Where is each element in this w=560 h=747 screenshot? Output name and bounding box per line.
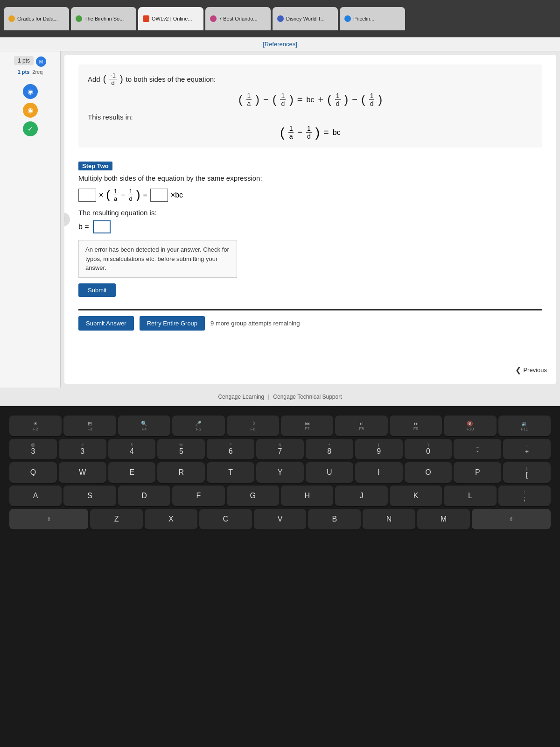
key-a[interactable]: A: [9, 486, 62, 506]
zxcv-row: ⇧ Z X C V B N M ⇧: [5, 509, 555, 529]
key-b[interactable]: B: [308, 509, 361, 529]
key-f10[interactable]: 🔇 F10: [444, 416, 496, 436]
key-8[interactable]: * 8: [306, 439, 353, 459]
multiply-left-input[interactable]: [78, 189, 96, 202]
key-0[interactable]: ) 0: [405, 439, 452, 459]
key-f5[interactable]: 🎤 F5: [172, 416, 224, 436]
step-two-section: Step Two Multiply both sides of the equa…: [78, 157, 542, 335]
key-z[interactable]: Z: [90, 509, 143, 529]
key-i[interactable]: I: [355, 462, 403, 483]
key-f6[interactable]: ☽ F6: [227, 416, 279, 436]
multiply-instruction: Multiply both sides of the equation by t…: [78, 174, 542, 182]
birch-icon: [76, 15, 82, 22]
key-v[interactable]: V: [254, 509, 307, 529]
multiply-right-input[interactable]: [150, 189, 168, 202]
key-n[interactable]: N: [363, 509, 415, 529]
key-9[interactable]: ( 9: [355, 439, 403, 459]
key-g[interactable]: G: [227, 486, 279, 506]
pts-link1[interactable]: 1 pts: [18, 69, 30, 75]
tab-orlando[interactable]: 7 Best Orlando...: [205, 7, 271, 30]
key-y[interactable]: Y: [256, 462, 304, 483]
key-r[interactable]: R: [157, 462, 205, 483]
key-x[interactable]: X: [145, 509, 197, 529]
price-icon: [344, 15, 351, 22]
tab-owlv2[interactable]: OWLv2 | Online...: [138, 7, 203, 30]
key-7[interactable]: & 7: [256, 439, 304, 459]
key-f9[interactable]: ⏭ F9: [390, 416, 442, 436]
key-d[interactable]: D: [118, 486, 170, 506]
step-two-label: Step Two: [78, 162, 112, 170]
result-equation: ( 1 a − 1 d ) = bc: [88, 125, 533, 140]
open-paren-2: (: [106, 188, 110, 202]
key-f7[interactable]: ⏮ F7: [281, 416, 333, 436]
key-c[interactable]: C: [199, 509, 252, 529]
key-plus[interactable]: = +: [503, 439, 551, 459]
this-results-text: This results in:: [88, 113, 533, 121]
nav-back-arrow[interactable]: <: [64, 212, 70, 226]
tab-disney[interactable]: Disney World T...: [273, 7, 338, 30]
key-k[interactable]: K: [390, 486, 442, 506]
error-text: An error has been detected in your answe…: [85, 246, 229, 271]
key-5[interactable]: % 5: [157, 439, 205, 459]
tab-grades[interactable]: Grades for Dala...: [4, 7, 69, 30]
retry-button[interactable]: Retry Entire Group: [140, 316, 205, 331]
browser-tabs: Grades for Dala... The Birch in So... OW…: [0, 0, 560, 37]
bottom-buttons: Submit Answer Retry Entire Group 9 more …: [78, 316, 542, 331]
references-link[interactable]: [References]: [263, 41, 297, 48]
key-o[interactable]: O: [405, 462, 452, 483]
attempts-remaining: 9 more group attempts remaining: [210, 320, 300, 327]
key-colon[interactable]: : ;: [498, 486, 551, 506]
num-row: @ 3 # 3 $ 4 % 5 ^ 6 & 7 * 8 ( 9: [5, 439, 555, 459]
key-s[interactable]: S: [63, 486, 116, 506]
key-e[interactable]: E: [108, 462, 156, 483]
tab-price[interactable]: Pricelin...: [340, 7, 405, 30]
key-j[interactable]: J: [335, 486, 387, 506]
key-6[interactable]: ^ 6: [207, 439, 254, 459]
key-shift-right[interactable]: ⇧: [472, 509, 551, 529]
submit-answer-button[interactable]: Submit Answer: [78, 316, 134, 331]
key-3[interactable]: # 3: [59, 439, 106, 459]
b-answer-input[interactable]: [93, 220, 111, 233]
owlv2-icon: [143, 15, 149, 22]
frac-1-d: 1 d: [128, 188, 133, 202]
key-m[interactable]: M: [417, 509, 470, 529]
key-f3[interactable]: ⊞ F3: [63, 416, 116, 436]
tab-birch[interactable]: The Birch in So...: [71, 7, 136, 30]
key-f4[interactable]: 🔍 F4: [118, 416, 170, 436]
key-shift-left[interactable]: ⇧: [9, 509, 88, 529]
times-symbol: ×: [99, 191, 103, 199]
footer-text2: Cengage Technical Support: [273, 394, 342, 400]
key-bracket[interactable]: { [: [503, 462, 551, 483]
tab-birch-label: The Birch in So...: [84, 16, 124, 21]
key-l[interactable]: L: [444, 486, 496, 506]
chevron-left-icon: ❮: [515, 366, 521, 374]
error-message: An error has been detected in your answe…: [78, 240, 237, 278]
key-p[interactable]: P: [454, 462, 501, 483]
pts-link2[interactable]: 2req: [32, 69, 42, 75]
key-h[interactable]: H: [281, 486, 333, 506]
key-f2[interactable]: ☀ F2: [9, 416, 62, 436]
key-4[interactable]: $ 4: [108, 439, 156, 459]
close-paren-2: ): [136, 188, 140, 202]
key-minus[interactable]: _ -: [454, 439, 501, 459]
add-suffix: to both sides of the equation:: [126, 75, 216, 83]
key-2[interactable]: @ 3: [9, 439, 57, 459]
tab-orlando-label: 7 Best Orlando...: [219, 16, 258, 21]
asdf-row: A S D F G H J K L : ;: [5, 486, 555, 506]
step-one-section: Add ( -1 d ) to both sides of the equati…: [78, 64, 542, 148]
previous-button[interactable]: ❮ Previous: [515, 366, 547, 374]
key-f8[interactable]: ⏯ F8: [335, 416, 387, 436]
key-w[interactable]: W: [59, 462, 106, 483]
add-text: Add: [88, 75, 100, 83]
times-bc: ×bc: [171, 191, 183, 199]
orlando-icon: [210, 15, 217, 22]
key-f11[interactable]: 🔉 F11: [498, 416, 551, 436]
key-t[interactable]: T: [207, 462, 254, 483]
main-equation: ( 1 a ) − ( 1 d ) = bc + ( 1 d: [88, 92, 533, 107]
section-divider: [78, 309, 542, 310]
key-u[interactable]: U: [306, 462, 353, 483]
submit-button[interactable]: Submit: [78, 283, 116, 297]
key-f[interactable]: F: [172, 486, 224, 506]
key-q[interactable]: Q: [9, 462, 57, 483]
pts-badge: M: [36, 56, 46, 67]
